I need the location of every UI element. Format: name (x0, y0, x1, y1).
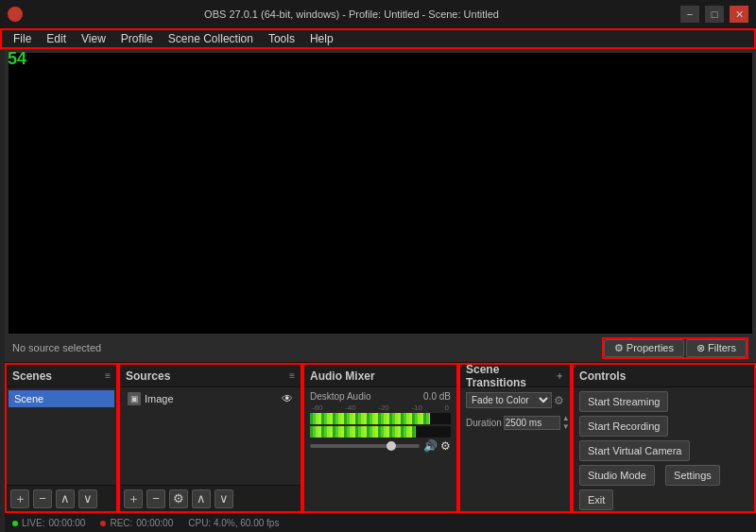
rec-status: REC: 00:00:00 (100, 518, 173, 528)
menu-item-help[interactable]: Help (302, 30, 341, 47)
center-column: No source selected ⚙ Properties ⊗ Filter… (5, 49, 756, 532)
menu-item-tools[interactable]: Tools (261, 30, 302, 47)
cpu-label: CPU: 4.0%, 60.00 fps (188, 518, 279, 528)
scene-transitions-panel: Scene Transitions ＋ Fade to Color Cut Fa… (458, 363, 572, 513)
scenes-menu-icon[interactable]: ≡ (105, 370, 111, 381)
menu-bar: FileEditViewProfileScene CollectionTools… (0, 28, 756, 49)
scenes-list: Scene (7, 387, 116, 485)
audio-content: Desktop Audio 0.0 dB -60 -40 -20 -10 0 (304, 387, 456, 511)
source-remove-button[interactable]: − (146, 489, 165, 508)
duration-input-group: ▲ ▼ (504, 414, 570, 431)
tick-10: -10 (411, 403, 422, 412)
sources-list: ▣ Image 👁 (120, 387, 301, 485)
rec-time: 00:00:00 (136, 518, 173, 528)
close-button[interactable]: ✕ (730, 6, 748, 23)
audio-mute-icon[interactable]: 🔊 (423, 439, 438, 453)
audio-controls: 🔊 ⚙ (423, 439, 451, 453)
settings-button[interactable]: Settings (665, 465, 720, 486)
source-up-button[interactable]: ∧ (192, 489, 211, 508)
title-app-icon (8, 7, 23, 22)
cpu-status: CPU: 4.0%, 60.00 fps (188, 518, 279, 528)
duration-label: Duration (466, 418, 502, 428)
source-type-icon: ▣ (128, 392, 141, 405)
transition-gear-icon[interactable]: ⚙ (554, 394, 564, 407)
audio-mixer-panel: Audio Mixer Desktop Audio 0.0 dB -60 -40… (302, 363, 458, 513)
maximize-button[interactable]: □ (705, 6, 724, 23)
audio-track-name-row: Desktop Audio 0.0 dB (310, 391, 451, 402)
sources-panel-header: Sources ≡ (120, 365, 301, 387)
source-add-button[interactable]: ＋ (124, 489, 143, 508)
transitions-add-icon[interactable]: ＋ (555, 369, 564, 383)
menu-item-file[interactable]: File (6, 30, 39, 47)
scene-remove-button[interactable]: − (33, 489, 52, 508)
scenes-panel: Scenes ≡ Scene ＋ − ∧ ∨ (5, 363, 118, 513)
source-down-button[interactable]: ∨ (215, 489, 233, 508)
minimize-button[interactable]: − (680, 6, 699, 23)
vu-meter-bar-2 (310, 426, 416, 438)
scenes-footer: ＋ − ∧ ∨ (7, 485, 116, 511)
title-bar: OBS 27.0.1 (64-bit, windows) - Profile: … (0, 0, 756, 28)
source-status: No source selected ⚙ Properties ⊗ Filter… (9, 337, 752, 358)
live-label: LIVE: (22, 518, 44, 528)
tick-0: 0 (445, 403, 449, 412)
sources-panel: Sources ≡ ▣ Image 👁 ＋ − ⚙ ∧ ∨ (118, 363, 302, 513)
fps-counter: 54 (8, 49, 26, 69)
video-preview (9, 53, 752, 334)
transitions-panel-header: Scene Transitions ＋ (460, 365, 570, 387)
transition-type-row: Fade to Color Cut Fade Swipe ⚙ (462, 389, 568, 411)
audio-slider-row: 🔊 ⚙ (310, 439, 451, 453)
menu-item-edit[interactable]: Edit (39, 30, 74, 47)
scene-up-button[interactable]: ∧ (56, 489, 75, 508)
transitions-content: Fade to Color Cut Fade Swipe ⚙ Duration (460, 387, 570, 511)
scene-add-button[interactable]: ＋ (10, 489, 29, 508)
rec-dot (100, 521, 106, 526)
audio-track-desktop: Desktop Audio 0.0 dB -60 -40 -20 -10 0 (306, 389, 455, 455)
scenes-panel-header: Scenes ≡ (7, 365, 116, 387)
properties-button[interactable]: ⚙ Properties (604, 339, 684, 357)
start-streaming-button[interactable]: Start Streaming (579, 391, 668, 412)
live-status: LIVE: 00:00:00 (12, 518, 85, 528)
menu-item-profile[interactable]: Profile (113, 30, 161, 47)
filters-button[interactable]: ⊗ Filters (686, 339, 747, 357)
start-recording-button[interactable]: Start Recording (579, 416, 668, 437)
start-virtual-camera-button[interactable]: Start Virtual Camera (579, 440, 690, 461)
sources-menu-icon[interactable]: ≡ (289, 370, 295, 381)
source-settings-button[interactable]: ⚙ (169, 489, 188, 508)
title-controls: − □ ✕ (680, 6, 748, 23)
audio-panel-header: Audio Mixer (304, 365, 456, 387)
live-time: 00:00:00 (48, 518, 85, 528)
vu-meter (310, 413, 451, 424)
exit-button[interactable]: Exit (579, 489, 613, 510)
source-item[interactable]: ▣ Image 👁 (122, 389, 299, 408)
tick-40: -40 (345, 403, 356, 412)
audio-slider-thumb (387, 441, 396, 451)
main-layout: No source selected ⚙ Properties ⊗ Filter… (0, 49, 756, 532)
menu-item-view[interactable]: View (74, 30, 113, 47)
sources-footer: ＋ − ⚙ ∧ ∨ (120, 485, 301, 511)
audio-settings-icon[interactable]: ⚙ (440, 439, 451, 453)
vu-meter-bar (310, 413, 430, 424)
scene-down-button[interactable]: ∨ (78, 489, 97, 508)
source-buttons-wrapper: ⚙ Properties ⊗ Filters (602, 337, 748, 359)
studio-mode-button[interactable]: Studio Mode (579, 465, 655, 486)
source-visibility-icon[interactable]: 👁 (282, 392, 293, 405)
source-label: No source selected (12, 342, 101, 353)
meter-ticks: -60 -40 -20 -10 0 (310, 403, 451, 412)
tick-20: -20 (378, 403, 389, 412)
controls-content: Start Streaming Start Recording Start Vi… (574, 387, 754, 511)
preview-area: No source selected ⚙ Properties ⊗ Filter… (5, 49, 756, 362)
duration-input[interactable] (504, 416, 560, 430)
live-dot (12, 521, 18, 526)
source-name: Image (145, 393, 174, 404)
menu-item-scene-collection[interactable]: Scene Collection (161, 30, 261, 47)
duration-arrows[interactable]: ▲ ▼ (562, 414, 570, 431)
title-text: OBS 27.0.1 (64-bit, windows) - Profile: … (23, 9, 680, 20)
controls-panel: Controls Start Streaming Start Recording… (572, 363, 756, 513)
bottom-panels: Scenes ≡ Scene ＋ − ∧ ∨ Sources ≡ (5, 362, 756, 513)
audio-volume-slider[interactable] (310, 444, 420, 448)
vu-meter-2 (310, 426, 451, 438)
controls-panel-header: Controls (574, 365, 754, 387)
rec-label: REC: (110, 518, 132, 528)
scene-item[interactable]: Scene (9, 390, 114, 407)
transition-type-select[interactable]: Fade to Color Cut Fade Swipe (466, 392, 552, 408)
